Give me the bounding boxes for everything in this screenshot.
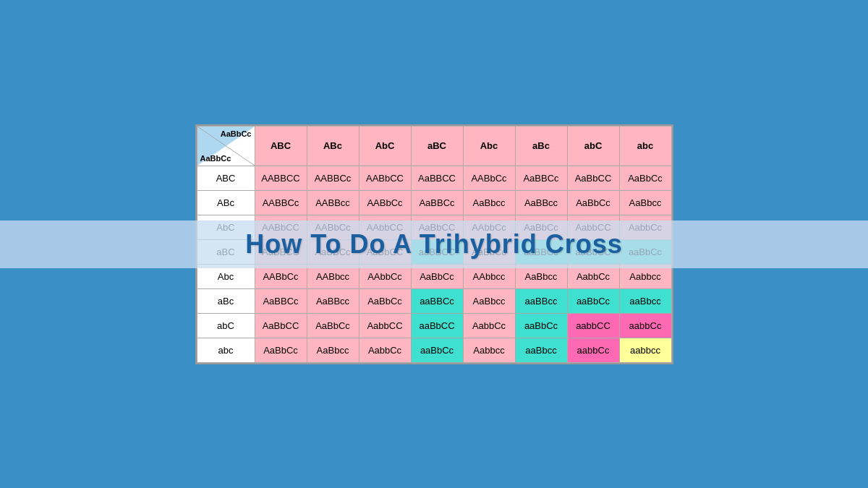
col-header: AbC: [359, 126, 411, 166]
cell: AaBBCc: [411, 190, 463, 215]
cell: aabbcc: [619, 338, 671, 362]
cell: AAbbCC: [359, 215, 411, 239]
table-row: AbcAABbCcAABbccAAbbCcAaBbCcAAbbccAaBbccA…: [197, 264, 671, 288]
cell: AaBBCC: [255, 239, 307, 264]
col-header: abC: [567, 126, 619, 166]
row-header: abC: [197, 313, 255, 338]
cell: AaBbCC: [359, 239, 411, 264]
cell: AaBbCC: [255, 313, 307, 338]
cell: AAbbcc: [463, 264, 515, 288]
table-row: ABcAABBCcAABBccAABbCcAaBBCcAaBbccAaBBccA…: [197, 190, 671, 215]
cell: aaBbcc: [515, 338, 567, 362]
col-header: ABC: [255, 126, 307, 166]
cell: AaBbcc: [307, 338, 359, 362]
cell: AABbCc: [463, 166, 515, 190]
cell: aaBbCC: [567, 239, 619, 264]
cell: AaBbCc: [255, 338, 307, 362]
cell: AaBBcc: [307, 288, 359, 313]
row-header: abc: [197, 338, 255, 362]
cell: AABbCC: [359, 166, 411, 190]
cell: AAbbCc: [359, 264, 411, 288]
row-header: ABc: [197, 190, 255, 215]
cell: aaBBCc: [515, 239, 567, 264]
cell: AaBbCC: [567, 166, 619, 190]
col-header: ABc: [307, 126, 359, 166]
row-header: ABC: [197, 166, 255, 190]
cell: Aabbcc: [619, 264, 671, 288]
col-header: aBc: [515, 126, 567, 166]
cell: AABBcc: [307, 190, 359, 215]
table-row: abCAaBbCCAaBbCcAabbCCaaBbCCAabbCcaaBbCca…: [197, 313, 671, 338]
cell: AABbCc: [255, 264, 307, 288]
cell: AaBbCc: [567, 190, 619, 215]
cell: AABbCc: [307, 215, 359, 239]
row-header: aBc: [197, 288, 255, 313]
cell: AaBBCc: [255, 288, 307, 313]
cell: AaBbcc: [463, 190, 515, 215]
cell: AABBCc: [255, 190, 307, 215]
row-header: aBC: [197, 239, 255, 264]
table-row: ABCAABBCCAABBCcAABbCCAaBBCCAABbCcAaBBCcA…: [197, 166, 671, 190]
cell: AaBBCc: [515, 166, 567, 190]
cell: AaBbCC: [411, 215, 463, 239]
cell: AABBCc: [307, 166, 359, 190]
row-header: Abc: [197, 264, 255, 288]
cell: AABbCc: [359, 190, 411, 215]
cell: aabbCc: [567, 338, 619, 362]
table-row: AbCAABbCCAABbCcAAbbCCAaBbCCAAbbCcAaBbCcA…: [197, 215, 671, 239]
cell: aaBbCc: [567, 288, 619, 313]
cell: AaBbCc: [515, 215, 567, 239]
cell: AaBbCc: [411, 264, 463, 288]
cell: AaBbCc: [619, 166, 671, 190]
row-header: AbC: [197, 215, 255, 239]
table-row: aBCAaBBCCAaBBCcAaBbCCaaBBCCAaBbCcaaBBCca…: [197, 239, 671, 264]
cell: aaBBcc: [515, 288, 567, 313]
cell: aaBbCc: [411, 338, 463, 362]
cell: AABbcc: [307, 264, 359, 288]
cell: aabbCc: [619, 313, 671, 338]
col-header: aBC: [411, 126, 463, 166]
cell: Aabbcc: [463, 338, 515, 362]
cell: aaBBCC: [411, 239, 463, 264]
cell: AabbCC: [567, 215, 619, 239]
col-header: abc: [619, 126, 671, 166]
cell: AaBbCc: [359, 288, 411, 313]
table-row: aBcAaBBCcAaBBccAaBbCcaaBBCcAaBbccaaBBcca…: [197, 288, 671, 313]
cell: AaBbcc: [515, 264, 567, 288]
cell: AaBBcc: [515, 190, 567, 215]
cell: AaBbCc: [307, 313, 359, 338]
cell: AaBbCc: [463, 239, 515, 264]
cell: aabbCC: [567, 313, 619, 338]
col-header: Abc: [463, 126, 515, 166]
cell: AabbCc: [619, 215, 671, 239]
cell: aaBbcc: [619, 288, 671, 313]
cell: AabbCc: [359, 338, 411, 362]
cell: AaBbcc: [463, 288, 515, 313]
cell: aaBbCc: [619, 239, 671, 264]
cell: AaBBCc: [307, 239, 359, 264]
cell: AABBCC: [255, 166, 307, 190]
cell: aaBbCc: [515, 313, 567, 338]
cell: AabbCc: [567, 264, 619, 288]
cell: AABbCC: [255, 215, 307, 239]
trihybrid-table: AaBbCc AaBbCc ABCABcAbCaBCAbcaBcabCabcAB…: [197, 126, 672, 363]
cell: AabbCc: [463, 313, 515, 338]
cell: AaBbcc: [619, 190, 671, 215]
cell: AabbCC: [359, 313, 411, 338]
table-row: abcAaBbCcAaBbccAabbCcaaBbCcAabbccaaBbcca…: [197, 338, 671, 362]
cell: AAbbCc: [463, 215, 515, 239]
cell: AaBBCC: [411, 166, 463, 190]
cell: aaBbCC: [411, 313, 463, 338]
cell: aaBBCc: [411, 288, 463, 313]
punnett-square-container: AaBbCc AaBbCc ABCABcAbCaBCAbcaBcabCabcAB…: [195, 124, 673, 364]
